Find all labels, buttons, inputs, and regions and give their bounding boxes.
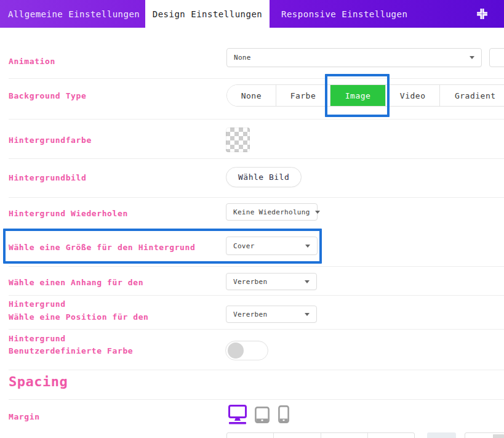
- background-type-group: None Farbe Image Video Gradient: [226, 84, 504, 107]
- divider: [9, 295, 504, 296]
- divider: [9, 329, 504, 330]
- tab-allgemeine-einstellungen[interactable]: Allgemeine Einstellungen: [0, 0, 144, 28]
- animation-extra-control[interactable]: [489, 48, 504, 67]
- caret-down-icon: [470, 56, 474, 59]
- bg-type-none-button[interactable]: None: [227, 85, 276, 106]
- background-position-label-line1: Wähle eine Position für den: [9, 312, 149, 322]
- margin-right-input[interactable]: [273, 433, 320, 438]
- background-type-label: Background Type: [9, 91, 86, 100]
- margin-label: Margin: [9, 412, 40, 421]
- margin-top-input[interactable]: [227, 433, 273, 438]
- divider: [9, 78, 504, 79]
- margin-unit-input[interactable]: [465, 432, 504, 438]
- caret-down-icon: [315, 211, 320, 214]
- animation-select[interactable]: None: [226, 48, 482, 67]
- caret-down-icon: [305, 313, 310, 316]
- background-size-select[interactable]: Cover: [226, 237, 318, 255]
- settings-panel: Allgemeine Einstellungen Design Einstell…: [0, 0, 504, 438]
- desktop-icon[interactable]: [228, 405, 247, 428]
- spacing-heading: Spacing: [9, 374, 68, 389]
- bg-type-video-button[interactable]: Video: [385, 85, 440, 106]
- caret-down-icon: [305, 280, 310, 283]
- background-repeat-value: Keine Wiederholung: [233, 208, 310, 216]
- link-values-button[interactable]: [427, 432, 456, 438]
- compress-icon[interactable]: [474, 6, 489, 21]
- tablet-icon[interactable]: [255, 407, 270, 426]
- margin-dimension-inputs: [226, 432, 415, 438]
- divider: [9, 119, 504, 120]
- background-attachment-value: Vererben: [233, 278, 267, 286]
- bg-type-farbe-button[interactable]: Farbe: [276, 85, 330, 106]
- background-position-value: Vererben: [233, 310, 267, 318]
- divider: [9, 399, 504, 400]
- background-attachment-select[interactable]: Vererben: [226, 273, 317, 290]
- custom-color-label: Benutzerdefinierte Farbe: [9, 346, 133, 355]
- background-repeat-select[interactable]: Keine Wiederholung: [226, 203, 318, 221]
- tab-responsive-einstellungen[interactable]: Responsive Einstellugen: [271, 0, 455, 28]
- background-position-label-line2: Hintergrund: [9, 334, 66, 343]
- animation-label: Animation: [9, 57, 55, 66]
- tab-design-einstellungen[interactable]: Design Einstellungen: [145, 0, 270, 28]
- stepper-handle[interactable]: [493, 434, 504, 438]
- background-size-value: Cover: [233, 242, 255, 250]
- caret-down-icon: [305, 245, 310, 248]
- background-size-label: Wähle eine Größe für den Hintergrund: [9, 243, 195, 252]
- divider: [9, 197, 504, 198]
- divider: [9, 370, 504, 370]
- choose-image-button[interactable]: Wähle Bild: [226, 167, 302, 187]
- mobile-icon[interactable]: [278, 405, 289, 426]
- bg-type-gradient-button[interactable]: Gradient: [439, 85, 504, 106]
- background-position-select[interactable]: Vererben: [226, 306, 317, 323]
- bg-type-image-button[interactable]: Image: [330, 85, 385, 106]
- divider: [9, 158, 504, 159]
- background-attachment-label-line2: Hintergrund: [9, 299, 66, 309]
- divider: [9, 266, 504, 267]
- background-color-label: Hintergrundfarbe: [9, 136, 92, 145]
- animation-value: None: [234, 54, 251, 62]
- background-image-label: Hintergrundbild: [9, 173, 86, 182]
- background-color-swatch[interactable]: [226, 128, 250, 152]
- toggle-knob: [228, 343, 244, 359]
- margin-left-input[interactable]: [367, 433, 414, 438]
- margin-bottom-input[interactable]: [321, 433, 367, 438]
- custom-color-toggle[interactable]: [225, 341, 268, 360]
- background-repeat-label: Hintergrund Wiederholen: [9, 209, 128, 218]
- background-attachment-label-line1: Wähle einen Anhang für den: [9, 278, 143, 287]
- tab-bar: Allgemeine Einstellungen Design Einstell…: [0, 0, 504, 28]
